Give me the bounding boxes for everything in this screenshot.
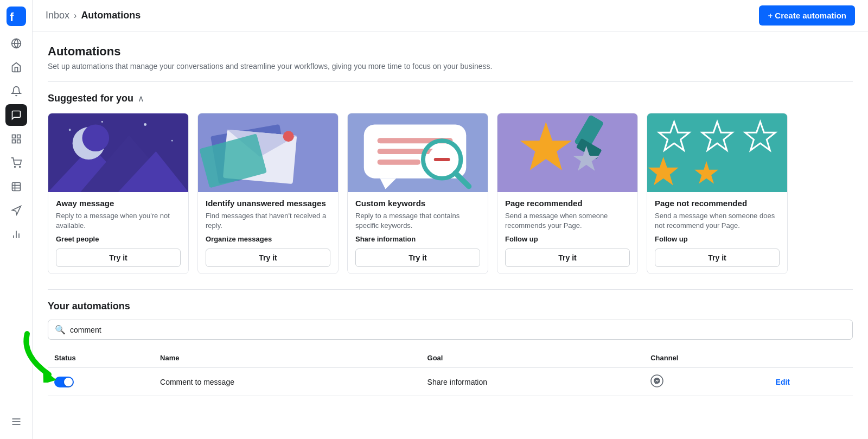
card-title-unanswered: Identify unanswered messages	[206, 199, 330, 208]
sidebar-item-home[interactable]	[5, 56, 27, 78]
col-goal: Goal	[421, 348, 644, 368]
card-tag-not-recommended: Follow up	[655, 235, 780, 243]
card-desc-not-recommended: Send a message when someone does not rec…	[655, 211, 780, 231]
svg-rect-6	[17, 140, 20, 143]
divider-2	[48, 289, 853, 290]
card-desc-unanswered: Find messages that haven't received a re…	[206, 211, 330, 231]
header: Inbox › Automations + Create automation	[33, 0, 868, 31]
breadcrumb-separator: ›	[74, 11, 76, 21]
breadcrumb: Inbox › Automations	[46, 10, 141, 21]
breadcrumb-current: Automations	[81, 10, 141, 21]
try-button-away[interactable]: Try it	[56, 249, 181, 267]
sidebar-item-marketing[interactable]	[5, 200, 27, 221]
card-image-away	[48, 113, 188, 192]
row-action: Edit	[769, 368, 853, 396]
card-unanswered: Identify unanswered messages Find messag…	[197, 113, 339, 274]
sidebar-item-more[interactable]	[5, 411, 27, 432]
col-name: Name	[154, 348, 421, 368]
svg-point-34	[283, 131, 294, 142]
sidebar: f	[0, 0, 33, 439]
try-button-recommended[interactable]: Try it	[505, 249, 630, 267]
card-body-not-recommended: Page not recommended Send a message when…	[647, 192, 787, 273]
card-image-unanswered	[198, 113, 338, 192]
card-image-not-recommended	[647, 113, 787, 192]
card-not-recommended: Page not recommended Send a message when…	[647, 113, 788, 274]
toggle-container	[54, 377, 147, 387]
suggested-cards-container: Away message Reply to a message when you…	[48, 113, 853, 278]
svg-point-27	[101, 121, 103, 123]
card-keywords: Custom keywords Reply to a message that …	[347, 113, 488, 274]
card-title-recommended: Page recommended	[505, 199, 630, 208]
svg-rect-46	[497, 114, 637, 192]
card-desc-recommended: Send a message when someone recommends y…	[505, 211, 630, 231]
page-description: Set up automations that manage your conv…	[48, 62, 853, 71]
create-automation-button[interactable]: + Create automation	[759, 5, 855, 26]
sidebar-item-pages[interactable]	[5, 33, 27, 54]
divider	[48, 81, 853, 82]
svg-rect-45	[434, 158, 450, 161]
search-icon: 🔍	[55, 325, 66, 335]
card-image-keywords	[348, 113, 488, 192]
row-status	[48, 368, 154, 396]
sidebar-item-ads[interactable]	[5, 176, 27, 198]
card-tag-keywords: Share information	[355, 235, 480, 243]
svg-point-26	[171, 140, 173, 142]
card-title-away: Away message	[56, 199, 181, 208]
row-channel	[644, 368, 769, 396]
sidebar-item-content[interactable]	[5, 128, 27, 150]
table-row: Comment to message Share information Edi…	[48, 368, 853, 396]
card-tag-unanswered: Organize messages	[206, 235, 330, 243]
card-recommended: Page recommended Send a message when som…	[497, 113, 638, 274]
sidebar-item-shop[interactable]	[5, 152, 27, 174]
try-button-unanswered[interactable]: Try it	[206, 249, 330, 267]
card-tag-away: Greet people	[56, 235, 181, 243]
svg-rect-10	[12, 183, 20, 191]
sidebar-item-notifications[interactable]	[5, 80, 27, 102]
col-action	[769, 348, 853, 368]
suggested-section-header: Suggested for you ∧	[48, 93, 853, 104]
content-area: Automations Set up automations that mana…	[33, 31, 868, 439]
card-body-keywords: Custom keywords Reply to a message that …	[348, 192, 488, 273]
chevron-up-icon[interactable]: ∧	[138, 93, 144, 104]
search-bar: 🔍	[48, 320, 853, 340]
main-content: Inbox › Automations + Create automation …	[33, 0, 868, 439]
your-automations-title: Your automations	[48, 301, 853, 312]
svg-point-8	[14, 167, 15, 168]
status-toggle[interactable]	[54, 377, 74, 387]
card-image-recommended	[497, 113, 637, 192]
breadcrumb-parent[interactable]: Inbox	[46, 10, 69, 21]
meta-logo[interactable]: f	[7, 7, 26, 26]
search-input[interactable]	[70, 326, 846, 334]
sidebar-item-insights[interactable]	[5, 224, 27, 245]
card-body-recommended: Page recommended Send a message when som…	[497, 192, 637, 273]
try-button-not-recommended[interactable]: Try it	[655, 249, 780, 267]
svg-rect-41	[378, 160, 420, 165]
svg-point-9	[19, 167, 20, 168]
card-desc-away: Reply to a message when you're not avail…	[56, 211, 181, 231]
card-title-not-recommended: Page not recommended	[655, 199, 780, 208]
messenger-channel-icon	[650, 374, 663, 387]
card-desc-keywords: Reply to a message that contains specifi…	[355, 211, 480, 231]
automations-table: Status Name Goal Channel	[48, 348, 853, 396]
row-name: Comment to message	[154, 368, 421, 396]
svg-text:f: f	[10, 10, 14, 24]
card-tag-recommended: Follow up	[505, 235, 630, 243]
row-goal: Share information	[421, 368, 644, 396]
sidebar-item-inbox[interactable]	[5, 104, 27, 126]
svg-point-25	[144, 123, 146, 126]
card-body-unanswered: Identify unanswered messages Find messag…	[198, 192, 338, 273]
svg-point-29	[82, 124, 110, 151]
svg-rect-5	[17, 135, 20, 138]
card-away-message: Away message Reply to a message when you…	[48, 113, 189, 274]
col-channel: Channel	[644, 348, 769, 368]
svg-rect-4	[12, 135, 15, 138]
page-title: Automations	[48, 44, 853, 59]
try-button-keywords[interactable]: Try it	[355, 249, 480, 267]
col-status: Status	[48, 348, 154, 368]
table-header-row: Status Name Goal Channel	[48, 348, 853, 368]
toggle-knob	[64, 378, 73, 386]
svg-point-57	[651, 375, 663, 387]
edit-link[interactable]: Edit	[776, 378, 790, 386]
svg-rect-7	[12, 140, 15, 143]
suggested-title: Suggested for you	[48, 93, 133, 104]
